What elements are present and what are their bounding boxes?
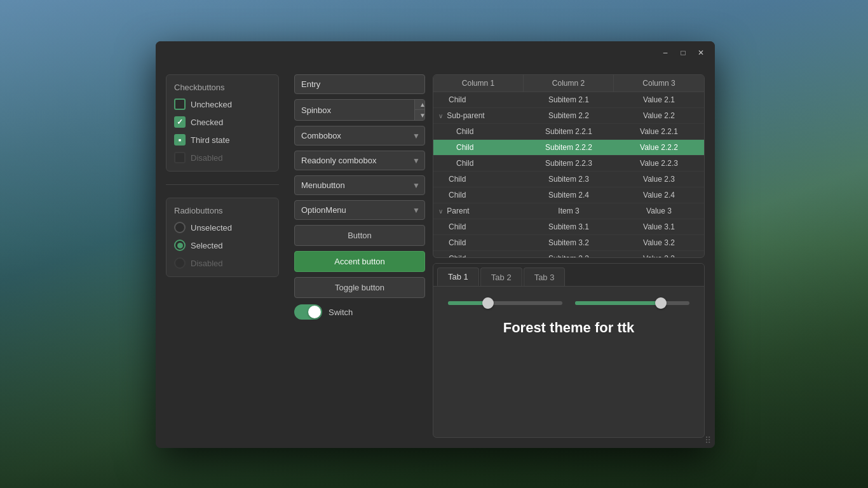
check-disabled-label: Disabled [191,153,223,163]
check-unchecked[interactable]: Unchecked [174,98,271,110]
table-row[interactable]: Child Subitem 2.2.1 Value 2.2.1 [433,124,704,140]
tree-cell: Child [433,124,524,139]
checkbox-checked-icon [174,116,186,128]
tree-cell: ∨ Sub-parent [433,108,524,123]
tree-cell: Subitem 3.1 [524,219,614,234]
table-row[interactable]: Child Subitem 2.1 Value 2.1 [433,92,704,108]
tree-cell: Value 2.2.1 [614,124,704,139]
tree-view: Column 1 Column 2 Column 3 Child Subitem… [433,74,705,258]
tree-cell: Value 2.4 [614,187,704,203]
minimize-button[interactable]: – [656,46,674,60]
table-row[interactable]: Child Subitem 3.3 Value 3.3 [433,251,704,257]
tree-cell: Value 3 [614,203,704,219]
tab-1[interactable]: Tab 1 [437,268,479,286]
sliders-row [444,297,694,309]
close-button[interactable]: ✕ [692,46,710,60]
table-row[interactable]: Child Subitem 3.2 Value 3.2 [433,235,704,251]
tree-cell: Subitem 2.2.1 [524,124,614,139]
table-row[interactable]: Child Subitem 3.1 Value 3.1 [433,219,704,235]
check-tristate-label: Third state [191,135,229,145]
readonly-combobox[interactable]: Readonly combobox [294,151,425,170]
tree-cell: Child [433,156,524,171]
radio-selected-icon [174,240,186,251]
toggle-button[interactable]: Toggle button [294,277,425,298]
tree-cell: Subitem 2.3 [524,172,614,187]
entry-input[interactable] [294,74,425,94]
radiobuttons-label: Radiobuttons [174,206,271,215]
radio-selected-label: Selected [191,241,223,250]
slider-2-track [575,301,689,305]
tab-bar: Tab 1 Tab 2 Tab 3 [433,264,704,287]
spinbox: ▲ ▼ [294,99,425,121]
tab-3[interactable]: Tab 3 [524,268,566,286]
tree-col2-header: Column 2 [524,75,614,92]
accent-button[interactable]: Accent button [294,251,425,272]
tree-cell: Subitem 2.2 [524,108,614,123]
slider-2-fill [575,301,661,305]
radio-disabled-icon [174,257,186,269]
combobox[interactable]: Combobox [294,126,425,146]
panel-separator [166,184,279,185]
table-row[interactable]: Child Subitem 2.4 Value 2.4 [433,187,704,203]
check-checked[interactable]: Checked [174,116,271,128]
checkbox-tristate-icon [174,134,186,146]
tree-cell: Value 2.2.2 [614,140,704,155]
table-row[interactable]: Child Subitem 2.2.3 Value 2.2.3 [433,156,704,172]
middle-panel: ▲ ▼ Combobox ▼ Readonly combobox ▼ Menub… [287,74,433,438]
spinbox-buttons: ▲ ▼ [414,100,425,120]
spinbox-input[interactable] [295,101,414,119]
spinbox-down-button[interactable]: ▼ [415,110,425,120]
check-unchecked-label: Unchecked [191,100,232,109]
slider-1[interactable] [448,297,562,309]
table-row[interactable]: Child Subitem 2.2.2 Value 2.2.2 [433,140,704,156]
tree-cell: Value 2.2 [614,108,704,123]
slider-1-thumb [482,297,494,309]
resize-handle[interactable]: ⠿ [705,435,711,445]
titlebar: – □ ✕ [156,41,715,64]
check-tristate[interactable]: Third state [174,134,271,146]
switch-row: Switch [294,304,425,320]
tree-cell: Item 3 [524,203,614,219]
tree-cell: Child [433,140,524,155]
tree-cell: Subitem 2.2.3 [524,156,614,171]
tree-cell: Subitem 2.2.2 [524,140,614,155]
tree-cell: Child [433,251,524,257]
button[interactable]: Button [294,225,425,246]
radio-selected[interactable]: Selected [174,240,271,251]
table-row[interactable]: ∨ Parent Item 3 Value 3 [433,203,704,219]
tree-cell: ∨ Parent [433,203,524,219]
tree-col3-header: Column 3 [614,75,704,92]
right-panel: Column 1 Column 2 Column 3 Child Subitem… [433,74,705,438]
tree-cell: Child [433,187,524,203]
slider-1-track [448,301,562,305]
tree-cell: Value 2.3 [614,172,704,187]
radio-unselected-label: Unselected [191,223,232,233]
tree-cell: Value 3.1 [614,219,704,234]
left-panel: Checkbuttons Unchecked Checked Third sta… [166,74,287,438]
switch-toggle[interactable] [294,304,322,320]
readonly-combobox-wrap: Readonly combobox ▼ [294,151,425,170]
maximize-button[interactable]: □ [674,46,692,60]
slider-2-thumb [655,297,667,309]
checkbuttons-section: Checkbuttons Unchecked Checked Third sta… [166,74,279,172]
tree-cell: Subitem 2.4 [524,187,614,203]
slider-2[interactable] [575,297,689,309]
radio-unselected[interactable]: Unselected [174,222,271,233]
menubutton[interactable]: Menubutton [294,175,425,195]
tree-cell: Child [433,92,524,107]
table-row[interactable]: ∨ Sub-parent Subitem 2.2 Value 2.2 [433,108,704,124]
spinbox-up-button[interactable]: ▲ [415,100,425,110]
tab-container: Tab 1 Tab 2 Tab 3 [433,263,705,438]
tree-cell: Value 2.2.3 [614,156,704,171]
tree-body: Child Subitem 2.1 Value 2.1 ∨ Sub-parent… [433,92,704,257]
radiobuttons-section: Radiobuttons Unselected Selected Disable… [166,198,279,277]
optionmenu[interactable]: OptionMenu [294,200,425,220]
tree-cell: Child [433,172,524,187]
tree-col1-header: Column 1 [433,75,524,92]
switch-label: Switch [329,308,353,317]
table-row[interactable]: Child Subitem 2.3 Value 2.3 [433,172,704,187]
optionmenu-wrap: OptionMenu ▼ [294,200,425,220]
check-disabled: Disabled [174,152,271,163]
theme-title: Forest theme for ttk [503,320,635,336]
tab-2[interactable]: Tab 2 [480,268,522,286]
